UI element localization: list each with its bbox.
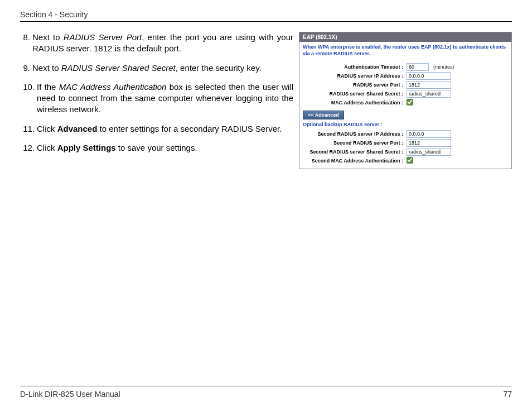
step-num: 8. (20, 32, 32, 55)
panel-title: EAP (802.1X) (299, 32, 511, 42)
mac-auth-checkbox[interactable] (407, 99, 413, 106)
instructions-column: 8.Next to RADIUS Server Port, enter the … (20, 32, 293, 169)
section-header: Section 4 - Security (20, 10, 512, 22)
footer-manual: D-Link DIR-825 User Manual (20, 390, 120, 399)
advanced-button[interactable]: << Advanced (303, 111, 344, 119)
step-body: Next to RADIUS Server Shared Secret, ent… (32, 63, 293, 74)
second-radius-secret-label: Second RADIUS server Shared Secret : (303, 149, 403, 155)
mac-auth-label: MAC Address Authentication : (303, 100, 403, 106)
second-mac-auth-label: Second MAC Address Authentication : (303, 158, 403, 164)
step-num: 9. (20, 63, 32, 74)
step-num: 10. (20, 82, 37, 116)
radius-port-input[interactable] (407, 81, 451, 89)
second-mac-auth-checkbox[interactable] (407, 157, 413, 164)
auth-timeout-label: Authentication Timeout : (303, 64, 403, 70)
radius-ip-input[interactable] (407, 72, 451, 80)
page-footer: D-Link DIR-825 User Manual 77 (20, 386, 512, 399)
eap-panel: EAP (802.1X) When WPA enterprise is enab… (299, 32, 512, 169)
radius-secret-input[interactable] (407, 90, 451, 98)
step-body: Next to RADIUS Server Port, enter the po… (32, 32, 293, 55)
second-radius-ip-label: Second RADIUS server IP Address : (303, 131, 403, 137)
radius-port-label: RADIUS server Port : (303, 82, 403, 88)
optional-backup-title: Optional backup RADIUS server : (299, 121, 511, 130)
radius-ip-label: RADIUS server IP Address : (303, 73, 403, 79)
second-radius-secret-input[interactable] (407, 148, 451, 156)
radius-secret-label: RADIUS server Shared Secret : (303, 91, 403, 97)
step-num: 11. (20, 123, 37, 135)
second-radius-port-input[interactable] (407, 139, 451, 147)
panel-note: When WPA enterprise is enabled, the rout… (299, 42, 511, 63)
step-body: Click Advanced to enter settings for a s… (37, 123, 293, 135)
auth-timeout-unit: (minutes) (433, 64, 454, 70)
auth-timeout-input[interactable] (407, 63, 429, 71)
second-radius-port-label: Second RADIUS server Port : (303, 140, 403, 146)
step-body: Click Apply Settings to save your settin… (37, 142, 293, 154)
step-body: If the MAC Address Authentication box is… (37, 82, 293, 116)
step-num: 12. (20, 142, 37, 154)
footer-page: 77 (503, 390, 512, 399)
second-radius-ip-input[interactable] (407, 130, 451, 138)
